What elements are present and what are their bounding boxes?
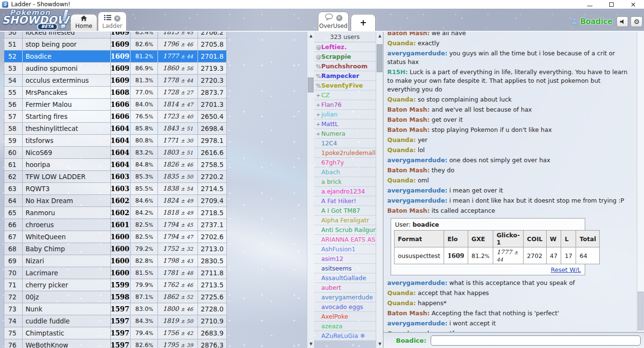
chat-username[interactable]: averygamerdude:: [387, 187, 447, 194]
chat-username[interactable]: Quanda:: [387, 177, 416, 184]
tab-overused-close-icon[interactable]: ✕: [336, 15, 342, 21]
userlist-item[interactable]: asim12: [314, 254, 376, 264]
userlist-item[interactable]: Abach: [314, 168, 376, 177]
userlist-item[interactable]: %Punchshroom: [314, 62, 376, 71]
stats-col-header: GXE: [468, 231, 493, 247]
ladder-rank-cell: 73: [4, 303, 23, 315]
userlist-item[interactable]: asitseems: [314, 264, 376, 273]
chat-username[interactable]: Quanda:: [387, 96, 416, 103]
userlist-item[interactable]: 1poke2ruledemall: [314, 148, 376, 158]
tab-ladder-label: Ladder: [102, 23, 122, 29]
header-username[interactable]: Boadice: [580, 17, 613, 26]
userlist-item[interactable]: azeaza: [314, 322, 376, 331]
mute-button[interactable]: [617, 16, 628, 27]
chat-input[interactable]: [431, 335, 641, 346]
userlist-item[interactable]: averygamerdude: [314, 293, 376, 302]
scroll-down-icon[interactable]: ▼: [376, 340, 383, 348]
chat-username[interactable]: Baton Mash:: [387, 207, 430, 214]
scroll-down-icon[interactable]: ▼: [307, 340, 314, 348]
ladder-scrollbar-thumb[interactable]: [308, 77, 314, 92]
tab-home[interactable]: Home: [70, 14, 97, 31]
chat-scrollbar[interactable]: [637, 32, 644, 332]
chat-username[interactable]: averygamerdude:: [387, 197, 447, 204]
chat-username[interactable]: R15H:: [387, 68, 407, 76]
chat-username[interactable]: Baton Mash:: [387, 309, 430, 317]
ladder-rank-cell: 63: [4, 183, 23, 195]
userlist-item[interactable]: AxelPoke: [314, 312, 376, 322]
reset-wl-link[interactable]: Reset W/L: [551, 266, 581, 273]
userlist-item[interactable]: ARIANNA EATS ASS: [314, 235, 376, 245]
chat-username[interactable]: averygamerdude:: [387, 279, 447, 286]
userlist-item[interactable]: +julian: [314, 110, 376, 119]
chat-username[interactable]: Quanda:: [387, 146, 416, 154]
userlist-item[interactable]: A Fat Hiker!: [314, 196, 376, 206]
chat-username[interactable]: averygamerdude:: [387, 50, 447, 57]
stats-cell: 1609: [444, 247, 468, 264]
minimize-button[interactable]: [579, 0, 601, 9]
userlist-item[interactable]: %Rampecker: [314, 71, 376, 81]
userlist-item[interactable]: AZuReLuGia ❄: [314, 331, 376, 341]
chat-username[interactable]: Baton Mash:: [387, 106, 430, 113]
restore-button[interactable]: [601, 0, 622, 9]
userlist-item[interactable]: +MattL: [314, 119, 376, 129]
userlist-scrollbar[interactable]: ▲ ▼: [376, 32, 383, 348]
userlist-item[interactable]: @Scrappie: [314, 52, 376, 62]
chat-username[interactable]: Quanda:: [387, 299, 416, 307]
userlist-item[interactable]: aubert: [314, 283, 376, 293]
ladder-gxe-cell: 81.5%: [131, 267, 158, 279]
ladder-elo-cell: 1604: [111, 147, 131, 159]
chat-username[interactable]: averygamerdude:: [387, 156, 447, 164]
userlist-item[interactable]: 12C4: [314, 139, 376, 148]
userlist-item[interactable]: +CZ: [314, 90, 376, 100]
userlist-item[interactable]: @Leftiez.: [314, 42, 376, 52]
userlist-item[interactable]: a brick: [314, 177, 376, 187]
ladder-elo-cell: 1597: [111, 303, 131, 315]
chat-username[interactable]: Baton Mash:: [387, 32, 430, 37]
tab-overused[interactable]: ✕ OverUsed: [318, 12, 349, 31]
scroll-up-icon[interactable]: ▲: [307, 32, 314, 39]
settings-button[interactable]: ⚙: [631, 16, 643, 27]
chat-username[interactable]: Baton Mash:: [387, 167, 430, 174]
userlist-item[interactable]: +Flan76: [314, 100, 376, 110]
ladder-coil-cell: 2701.3: [198, 99, 227, 111]
tab-ladder[interactable]: ✕ Ladder: [98, 12, 127, 31]
ladder-rank-cell: 76: [4, 339, 23, 348]
userlist-item[interactable]: +Numera: [314, 129, 376, 139]
stats-data-row: oususpecttest160981.2%1777 ± 44270247176…: [394, 247, 600, 264]
chat-username[interactable]: averygamerdude:: [387, 320, 447, 327]
userlist-item[interactable]: Anti Scrub Railgun: [314, 225, 376, 235]
userlist-item[interactable]: %SevenƭyFive: [314, 81, 376, 90]
ladder-scrollbar[interactable]: ▲ ▼: [307, 32, 314, 348]
chat-scrollbar-thumb[interactable]: [638, 292, 644, 330]
chat-username[interactable]: Quanda:: [387, 39, 416, 47]
close-button[interactable]: ×: [622, 0, 644, 9]
chat-username[interactable]: Quanda:: [387, 136, 416, 143]
ladder-rank-cell: 70: [4, 267, 23, 279]
logo-exclamation: [62, 9, 69, 22]
userlist-scrollbar-thumb[interactable]: [377, 44, 382, 72]
ladder-name-cell: stop being poor: [23, 39, 111, 51]
ladder-gxe-cell: 87.1%: [131, 291, 158, 303]
userlist-item[interactable]: AssaultGallade: [314, 273, 376, 283]
logo-line1: Pokémon: [10, 8, 74, 17]
percent-sign: %: [149, 174, 154, 180]
glicko-deviation: ± 44: [497, 249, 518, 262]
scroll-up-icon[interactable]: ▲: [376, 32, 383, 39]
userlist-item[interactable]: 67gh7y: [314, 158, 376, 168]
ladder-row: 63RQWT3160385.5%1838 ± 542714.5: [4, 183, 227, 195]
userlist-item[interactable]: AshFusion1: [314, 245, 376, 254]
chat-username[interactable]: Quanda:: [387, 289, 416, 296]
userlist-item[interactable]: A I Got TM87: [314, 206, 376, 216]
userlist-item[interactable]: a.ejandro1234: [314, 187, 376, 196]
glicko-deviation: ± 47: [181, 102, 193, 107]
chat-username[interactable]: Baton Mash:: [387, 116, 430, 123]
chat-username[interactable]: Baton Mash:: [387, 126, 430, 133]
userlist-item[interactable]: Alpha Feraligatr: [314, 216, 376, 225]
new-tab-button[interactable]: +: [351, 14, 376, 31]
percent-sign: %: [149, 343, 154, 348]
ladder-gxe-cell: 86.9%: [131, 63, 158, 75]
tab-ladder-close-icon[interactable]: ✕: [114, 15, 120, 22]
userlist-item[interactable]: avocado eggs: [314, 302, 376, 312]
chat-message: averygamerdude: i wont accept it: [386, 318, 637, 328]
username: julian: [321, 111, 338, 118]
